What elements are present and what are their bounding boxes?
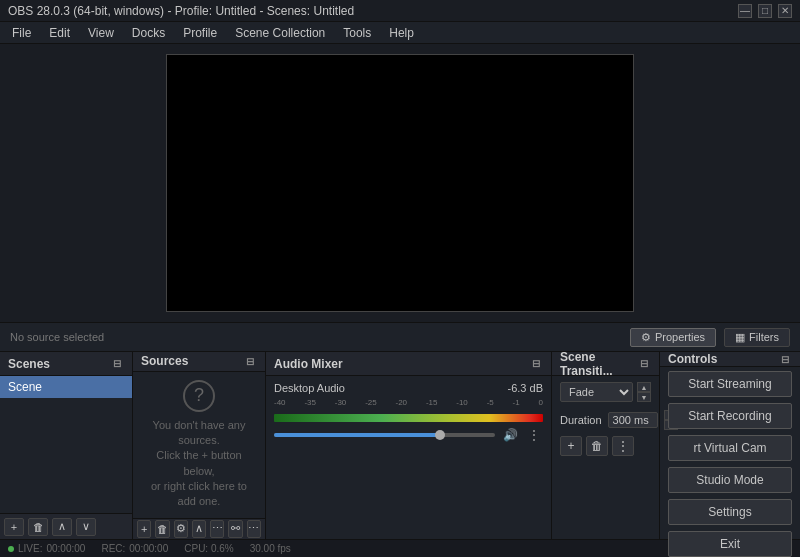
duration-row: Duration ▲ ▼ <box>552 408 659 432</box>
scenes-panel-footer: + 🗑 ∧ ∨ <box>0 513 132 539</box>
transition-arrows: ▲ ▼ <box>637 382 651 402</box>
audio-channel: Desktop Audio -6.3 dB -40 -35 -30 -25 -2… <box>266 376 551 450</box>
audio-meter-bar <box>274 414 543 422</box>
audio-channel-header: Desktop Audio -6.3 dB <box>274 382 543 394</box>
scene-item[interactable]: Scene <box>0 376 132 398</box>
exit-button[interactable]: Exit <box>668 531 792 557</box>
audio-panel-header: Audio Mixer ⊟ <box>266 352 551 376</box>
sources-empty-icon: ? <box>183 380 215 412</box>
studio-mode-button[interactable]: Studio Mode <box>668 467 792 493</box>
audio-volume-slider[interactable] <box>274 433 495 437</box>
filters-icon: ▦ <box>735 331 745 344</box>
audio-mute-button[interactable]: 🔊 <box>501 426 519 444</box>
source-bar: No source selected ⚙ Properties ▦ Filter… <box>0 322 800 352</box>
live-label: LIVE: <box>18 543 42 554</box>
live-status: LIVE: 00:00:00 <box>8 543 85 554</box>
controls-panel-icons: ⊟ <box>778 352 792 366</box>
transitions-add-button[interactable]: + <box>560 436 582 456</box>
fps-status: 30.00 fps <box>250 543 291 554</box>
sources-empty-text: You don't have any sources. Click the + … <box>141 418 257 510</box>
sources-settings-button[interactable]: ⚙ <box>174 520 188 538</box>
duration-input[interactable] <box>608 412 658 428</box>
audio-meter-labels: -40 -35 -30 -25 -20 -15 -10 -5 -1 0 <box>274 398 543 407</box>
preview-canvas <box>166 54 634 312</box>
menubar: File Edit View Docks Profile Scene Colle… <box>0 22 800 44</box>
scenes-remove-button[interactable]: 🗑 <box>28 518 48 536</box>
audio-channel-db: -6.3 dB <box>508 382 543 394</box>
sources-dots-button[interactable]: ⋯ <box>247 520 261 538</box>
rec-status: REC: 00:00:00 <box>101 543 168 554</box>
menu-help[interactable]: Help <box>381 24 422 42</box>
controls-panel-header: Controls ⊟ <box>660 352 800 367</box>
transitions-panel-header: Scene Transiti... ⊟ <box>552 352 659 376</box>
controls-panel-icon[interactable]: ⊟ <box>778 352 792 366</box>
scenes-panel-icons: ⊟ <box>110 357 124 371</box>
titlebar: OBS 28.0.3 (64-bit, windows) - Profile: … <box>0 0 800 22</box>
fps-label: 30.00 fps <box>250 543 291 554</box>
settings-button[interactable]: Settings <box>668 499 792 525</box>
menu-docks[interactable]: Docks <box>124 24 173 42</box>
sources-more-button[interactable]: ⋯ <box>210 520 224 538</box>
scenes-up-button[interactable]: ∧ <box>52 518 72 536</box>
properties-button[interactable]: ⚙ Properties <box>630 328 716 347</box>
scenes-panel: Scenes ⊟ Scene + 🗑 ∧ ∨ <box>0 352 133 539</box>
minimize-button[interactable]: — <box>738 4 752 18</box>
audio-controls-row: 🔊 ⋮ <box>274 426 543 444</box>
rec-time: 00:00:00 <box>129 543 168 554</box>
cpu-label: CPU: 0.6% <box>184 543 233 554</box>
menu-file[interactable]: File <box>4 24 39 42</box>
sources-link-button[interactable]: ⚯ <box>228 520 242 538</box>
maximize-button[interactable]: □ <box>758 4 772 18</box>
properties-icon: ⚙ <box>641 331 651 344</box>
audio-mixer-panel: Audio Mixer ⊟ Desktop Audio -6.3 dB -40 … <box>266 352 552 539</box>
sources-add-button[interactable]: + <box>137 520 151 538</box>
transition-down-arrow[interactable]: ▼ <box>637 392 651 402</box>
sources-remove-button[interactable]: 🗑 <box>155 520 169 538</box>
sources-up-button[interactable]: ∧ <box>192 520 206 538</box>
sources-panel-icon[interactable]: ⊟ <box>243 354 257 368</box>
sources-panel-icons: ⊟ <box>243 354 257 368</box>
transition-up-arrow[interactable]: ▲ <box>637 382 651 392</box>
panels: Scenes ⊟ Scene + 🗑 ∧ ∨ Sources ⊟ ? You d… <box>0 352 800 539</box>
audio-panel-icons: ⊟ <box>529 357 543 371</box>
transitions-footer: + 🗑 ⋮ <box>552 432 659 460</box>
preview-area <box>0 44 800 322</box>
sources-panel-header: Sources ⊟ <box>133 352 265 372</box>
no-source-label: No source selected <box>10 331 104 343</box>
audio-volume-fill <box>274 433 440 437</box>
audio-channel-name: Desktop Audio <box>274 382 345 394</box>
scenes-down-button[interactable]: ∨ <box>76 518 96 536</box>
titlebar-controls: — □ ✕ <box>738 4 792 18</box>
titlebar-title: OBS 28.0.3 (64-bit, windows) - Profile: … <box>8 4 354 18</box>
transitions-panel-icon[interactable]: ⊟ <box>637 357 651 371</box>
menu-scene-collection[interactable]: Scene Collection <box>227 24 333 42</box>
scenes-add-button[interactable]: + <box>4 518 24 536</box>
menu-edit[interactable]: Edit <box>41 24 78 42</box>
menu-view[interactable]: View <box>80 24 122 42</box>
menu-profile[interactable]: Profile <box>175 24 225 42</box>
sources-empty: ? You don't have any sources. Click the … <box>133 372 265 518</box>
audio-panel-icon[interactable]: ⊟ <box>529 357 543 371</box>
filters-button[interactable]: ▦ Filters <box>724 328 790 347</box>
close-button[interactable]: ✕ <box>778 4 792 18</box>
menu-tools[interactable]: Tools <box>335 24 379 42</box>
transitions-panel-icons: ⊟ <box>637 357 651 371</box>
audio-volume-thumb <box>435 430 445 440</box>
live-dot <box>8 546 14 552</box>
start-recording-button[interactable]: Start Recording <box>668 403 792 429</box>
cpu-status: CPU: 0.6% <box>184 543 233 554</box>
rec-label: REC: <box>101 543 125 554</box>
duration-label: Duration <box>560 414 602 426</box>
transition-select-row: Fade Cut Swipe Slide ▲ ▼ <box>552 376 659 408</box>
transition-type-select[interactable]: Fade Cut Swipe Slide <box>560 382 633 402</box>
audio-more-button[interactable]: ⋮ <box>525 426 543 444</box>
scenes-panel-icon[interactable]: ⊟ <box>110 357 124 371</box>
scene-transitions-panel: Scene Transiti... ⊟ Fade Cut Swipe Slide… <box>552 352 660 539</box>
sources-panel-footer: + 🗑 ⚙ ∧ ⋯ ⚯ ⋯ <box>133 518 265 539</box>
virtual-cam-button[interactable]: rt Virtual Cam <box>668 435 792 461</box>
sources-panel: Sources ⊟ ? You don't have any sources. … <box>133 352 266 539</box>
start-streaming-button[interactable]: Start Streaming <box>668 371 792 397</box>
scenes-panel-header: Scenes ⊟ <box>0 352 132 376</box>
transitions-remove-button[interactable]: 🗑 <box>586 436 608 456</box>
transitions-more-button[interactable]: ⋮ <box>612 436 634 456</box>
